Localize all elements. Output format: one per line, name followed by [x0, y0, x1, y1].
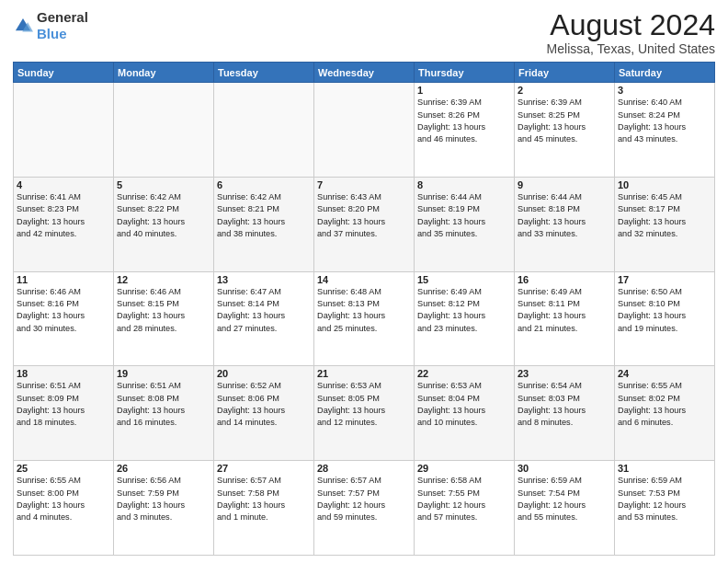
week-row-3: 11Sunrise: 6:46 AMSunset: 8:16 PMDayligh… — [14, 271, 715, 366]
day-number: 9 — [518, 179, 611, 190]
day-number: 23 — [518, 368, 611, 379]
day-number: 22 — [417, 368, 511, 379]
day-number: 1 — [417, 85, 511, 96]
day-cell-24: 24Sunrise: 6:55 AMSunset: 8:02 PMDayligh… — [615, 366, 715, 461]
day-info: Sunrise: 6:40 AMSunset: 8:24 PMDaylight:… — [618, 97, 711, 145]
day-cell-20: 20Sunrise: 6:52 AMSunset: 8:06 PMDayligh… — [214, 366, 314, 461]
day-number: 15 — [417, 274, 511, 285]
day-info: Sunrise: 6:55 AMSunset: 8:02 PMDaylight:… — [618, 380, 711, 429]
day-number: 21 — [317, 368, 411, 379]
day-cell-29: 29Sunrise: 6:58 AMSunset: 7:55 PMDayligh… — [415, 461, 515, 556]
day-cell-2: 2Sunrise: 6:39 AMSunset: 8:25 PMDaylight… — [515, 83, 615, 178]
day-info: Sunrise: 6:44 AMSunset: 8:18 PMDaylight:… — [518, 191, 611, 240]
day-cell-18: 18Sunrise: 6:51 AMSunset: 8:09 PMDayligh… — [14, 366, 114, 461]
day-info: Sunrise: 6:44 AMSunset: 8:19 PMDaylight:… — [417, 191, 511, 240]
empty-cell — [14, 83, 114, 178]
day-info: Sunrise: 6:51 AMSunset: 8:09 PMDaylight:… — [17, 380, 110, 429]
day-info: Sunrise: 6:39 AMSunset: 8:26 PMDaylight:… — [417, 97, 511, 145]
day-cell-26: 26Sunrise: 6:56 AMSunset: 7:59 PMDayligh… — [114, 461, 214, 556]
day-number: 17 — [618, 274, 711, 285]
day-number: 3 — [618, 85, 711, 96]
week-row-5: 25Sunrise: 6:55 AMSunset: 8:00 PMDayligh… — [14, 461, 715, 556]
weekday-header-thursday: Thursday — [415, 63, 515, 83]
day-info: Sunrise: 6:58 AMSunset: 7:55 PMDaylight:… — [417, 475, 511, 523]
day-number: 14 — [317, 274, 411, 285]
day-info: Sunrise: 6:55 AMSunset: 8:00 PMDaylight:… — [17, 475, 110, 523]
day-info: Sunrise: 6:49 AMSunset: 8:11 PMDaylight:… — [518, 286, 611, 335]
weekday-header-tuesday: Tuesday — [214, 63, 314, 83]
day-info: Sunrise: 6:59 AMSunset: 7:54 PMDaylight:… — [518, 475, 611, 523]
day-number: 12 — [117, 274, 210, 285]
day-cell-15: 15Sunrise: 6:49 AMSunset: 8:12 PMDayligh… — [415, 271, 515, 366]
day-cell-8: 8Sunrise: 6:44 AMSunset: 8:19 PMDaylight… — [415, 177, 515, 271]
day-info: Sunrise: 6:51 AMSunset: 8:08 PMDaylight:… — [117, 380, 210, 429]
day-number: 4 — [17, 179, 110, 190]
day-number: 26 — [117, 463, 210, 474]
day-info: Sunrise: 6:43 AMSunset: 8:20 PMDaylight:… — [317, 191, 411, 240]
weekday-header-sunday: Sunday — [14, 63, 114, 83]
day-number: 25 — [17, 463, 110, 474]
day-cell-3: 3Sunrise: 6:40 AMSunset: 8:24 PMDaylight… — [615, 83, 715, 178]
day-cell-10: 10Sunrise: 6:45 AMSunset: 8:17 PMDayligh… — [615, 177, 715, 271]
day-number: 27 — [217, 463, 311, 474]
day-number: 19 — [117, 368, 210, 379]
empty-cell — [314, 83, 415, 178]
day-info: Sunrise: 6:46 AMSunset: 8:16 PMDaylight:… — [17, 286, 110, 335]
day-cell-31: 31Sunrise: 6:59 AMSunset: 7:53 PMDayligh… — [615, 461, 715, 556]
day-number: 13 — [217, 274, 311, 285]
day-number: 18 — [17, 368, 110, 379]
day-number: 10 — [618, 179, 711, 190]
day-cell-22: 22Sunrise: 6:53 AMSunset: 8:04 PMDayligh… — [415, 366, 515, 461]
calendar-table: SundayMondayTuesdayWednesdayThursdayFrid… — [13, 62, 715, 556]
header: General Blue August 2024 Melissa, Texas,… — [13, 9, 715, 56]
day-info: Sunrise: 6:41 AMSunset: 8:23 PMDaylight:… — [17, 191, 110, 240]
day-info: Sunrise: 6:39 AMSunset: 8:25 PMDaylight:… — [518, 97, 611, 145]
day-info: Sunrise: 6:48 AMSunset: 8:13 PMDaylight:… — [317, 286, 411, 335]
day-cell-12: 12Sunrise: 6:46 AMSunset: 8:15 PMDayligh… — [114, 271, 214, 366]
day-info: Sunrise: 6:53 AMSunset: 8:05 PMDaylight:… — [317, 380, 411, 429]
day-number: 24 — [618, 368, 711, 379]
day-cell-9: 9Sunrise: 6:44 AMSunset: 8:18 PMDaylight… — [515, 177, 615, 271]
day-info: Sunrise: 6:57 AMSunset: 7:58 PMDaylight:… — [217, 475, 311, 523]
day-cell-7: 7Sunrise: 6:43 AMSunset: 8:20 PMDaylight… — [314, 177, 415, 271]
day-info: Sunrise: 6:52 AMSunset: 8:06 PMDaylight:… — [217, 380, 311, 429]
weekday-header-wednesday: Wednesday — [314, 63, 415, 83]
location: Melissa, Texas, United States — [547, 41, 715, 56]
day-cell-19: 19Sunrise: 6:51 AMSunset: 8:08 PMDayligh… — [114, 366, 214, 461]
day-info: Sunrise: 6:49 AMSunset: 8:12 PMDaylight:… — [417, 286, 511, 335]
day-info: Sunrise: 6:42 AMSunset: 8:21 PMDaylight:… — [217, 191, 311, 240]
day-cell-11: 11Sunrise: 6:46 AMSunset: 8:16 PMDayligh… — [14, 271, 114, 366]
day-number: 20 — [217, 368, 311, 379]
day-cell-23: 23Sunrise: 6:54 AMSunset: 8:03 PMDayligh… — [515, 366, 615, 461]
day-number: 31 — [618, 463, 711, 474]
day-cell-30: 30Sunrise: 6:59 AMSunset: 7:54 PMDayligh… — [515, 461, 615, 556]
day-number: 11 — [17, 274, 110, 285]
day-info: Sunrise: 6:50 AMSunset: 8:10 PMDaylight:… — [618, 286, 711, 335]
day-cell-17: 17Sunrise: 6:50 AMSunset: 8:10 PMDayligh… — [615, 271, 715, 366]
day-info: Sunrise: 6:45 AMSunset: 8:17 PMDaylight:… — [618, 191, 711, 240]
logo: General Blue — [13, 9, 88, 42]
day-cell-13: 13Sunrise: 6:47 AMSunset: 8:14 PMDayligh… — [214, 271, 314, 366]
day-info: Sunrise: 6:57 AMSunset: 7:57 PMDaylight:… — [317, 475, 411, 523]
day-number: 7 — [317, 179, 411, 190]
day-number: 16 — [518, 274, 611, 285]
weekday-header-friday: Friday — [515, 63, 615, 83]
day-info: Sunrise: 6:47 AMSunset: 8:14 PMDaylight:… — [217, 286, 311, 335]
day-cell-6: 6Sunrise: 6:42 AMSunset: 8:21 PMDaylight… — [214, 177, 314, 271]
day-cell-4: 4Sunrise: 6:41 AMSunset: 8:23 PMDaylight… — [14, 177, 114, 271]
page: General Blue August 2024 Melissa, Texas,… — [0, 0, 728, 563]
day-number: 8 — [417, 179, 511, 190]
day-number: 30 — [518, 463, 611, 474]
week-row-1: 1Sunrise: 6:39 AMSunset: 8:26 PMDaylight… — [14, 83, 715, 178]
day-info: Sunrise: 6:42 AMSunset: 8:22 PMDaylight:… — [117, 191, 210, 240]
day-number: 6 — [217, 179, 311, 190]
day-info: Sunrise: 6:53 AMSunset: 8:04 PMDaylight:… — [417, 380, 511, 429]
title-block: August 2024 Melissa, Texas, United State… — [547, 9, 715, 56]
weekday-header-row: SundayMondayTuesdayWednesdayThursdayFrid… — [14, 63, 715, 83]
day-cell-28: 28Sunrise: 6:57 AMSunset: 7:57 PMDayligh… — [314, 461, 415, 556]
weekday-header-saturday: Saturday — [615, 63, 715, 83]
day-number: 5 — [117, 179, 210, 190]
day-cell-25: 25Sunrise: 6:55 AMSunset: 8:00 PMDayligh… — [14, 461, 114, 556]
empty-cell — [114, 83, 214, 178]
day-cell-1: 1Sunrise: 6:39 AMSunset: 8:26 PMDaylight… — [415, 83, 515, 178]
